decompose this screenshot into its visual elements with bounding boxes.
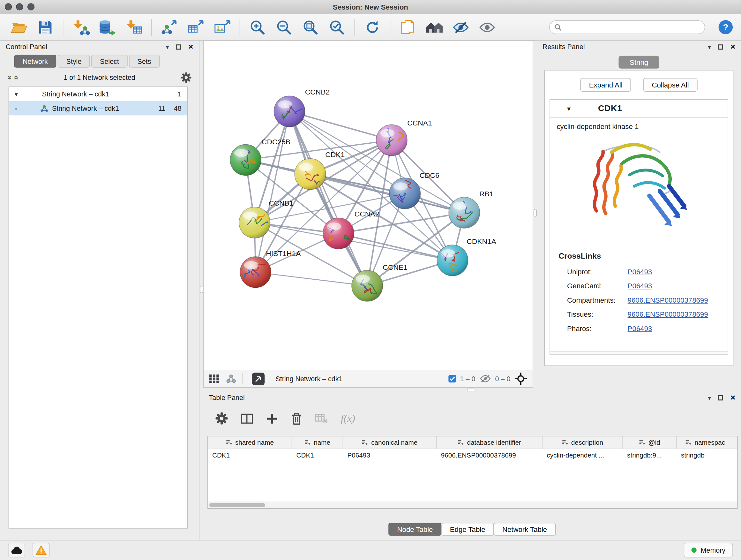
network-node-CDKN1A[interactable]: CDKN1A — [437, 237, 496, 276]
panel-menu-caret-icon[interactable]: ▾ — [166, 44, 169, 50]
network-node-CDC6[interactable]: CDC6 — [389, 171, 440, 209]
crosshair-icon[interactable] — [515, 373, 527, 385]
import-table-button[interactable] — [122, 16, 146, 38]
export-image-button[interactable] — [210, 16, 234, 38]
import-network-file-button[interactable] — [69, 16, 93, 38]
panel-close-icon[interactable]: × — [188, 43, 193, 51]
export-network-button[interactable] — [157, 16, 182, 38]
tab-network-table[interactable]: Network Table — [494, 523, 556, 536]
network-overview-icon[interactable] — [226, 374, 237, 383]
panel-menu-caret-icon[interactable]: ▾ — [708, 44, 711, 50]
copy-document-button[interactable] — [395, 16, 420, 38]
table-tabs: Node Table Edge Table Network Table — [203, 523, 741, 536]
collapse-all-button[interactable]: Collapse All — [643, 78, 697, 91]
save-session-button[interactable] — [33, 16, 58, 38]
search-field[interactable] — [565, 23, 700, 31]
scrollbar-thumb[interactable] — [209, 503, 265, 507]
panel-float-icon[interactable] — [718, 395, 723, 400]
network-node-CCNA1[interactable]: CCNA1 — [376, 119, 432, 156]
table-row[interactable]: CDK1 CDK1 P06493 9606.ENSP00000378699 cy… — [208, 449, 738, 462]
zoom-button[interactable] — [27, 3, 35, 10]
left-splitter[interactable] — [199, 41, 203, 540]
tab-select[interactable]: Select — [91, 55, 127, 68]
selected-checkbox[interactable] — [448, 375, 456, 382]
column-header[interactable]: @id — [623, 436, 677, 449]
crosslink-link[interactable]: 9606.ENSP00000378699 — [628, 310, 708, 318]
show-columns-icon[interactable] — [241, 413, 253, 424]
crosslink-link[interactable]: P06493 — [628, 267, 652, 275]
help-button[interactable]: ? — [717, 16, 734, 38]
grid-view-icon[interactable] — [209, 374, 220, 383]
warnings-button[interactable] — [32, 543, 50, 557]
hide-selected-button[interactable] — [448, 16, 473, 38]
close-button[interactable] — [5, 3, 12, 10]
node-table[interactable]: shared name name canonical name database… — [207, 436, 738, 509]
home-button[interactable] — [422, 16, 447, 38]
column-header[interactable]: database identifier — [436, 436, 542, 449]
column-header[interactable]: name — [292, 436, 343, 449]
add-column-icon[interactable] — [266, 413, 278, 424]
table-cell[interactable]: stringdb:9... — [623, 449, 677, 462]
horizontal-scrollbar[interactable] — [208, 502, 738, 508]
expand-all-icon[interactable]: » — [12, 75, 20, 79]
network-node-HIST1H1A[interactable]: HIST1H1A — [238, 249, 301, 288]
network-canvas[interactable]: CCNB2CCNA1CDC25BCDK1CDC6RB1CCNB1CCNA2CDK… — [204, 41, 533, 370]
tab-network[interactable]: Network — [14, 55, 56, 68]
node-label: CDC25B — [262, 138, 290, 146]
table-cell[interactable]: CDK1 — [292, 449, 343, 462]
section-caret-icon[interactable]: ▾ — [567, 105, 570, 113]
crosslink-link[interactable]: P06493 — [628, 324, 652, 332]
protein-section-header[interactable]: ▾ CDK1 — [550, 100, 728, 118]
tab-node-table[interactable]: Node Table — [389, 523, 441, 536]
tree-caret-icon[interactable]: ▾ — [15, 91, 22, 98]
network-options-gear-icon[interactable] — [181, 72, 192, 83]
panel-float-icon[interactable] — [176, 44, 181, 49]
table-cell[interactable]: cyclin-dependent ... — [542, 449, 623, 462]
column-header[interactable]: canonical name — [343, 436, 436, 449]
zoom-selected-button[interactable] — [325, 16, 349, 38]
memory-button[interactable]: Memory — [684, 543, 733, 557]
column-header[interactable]: namespac — [677, 436, 734, 449]
crosslink-row: Tissues: 9606.ENSP00000378699 — [550, 307, 728, 321]
horizontal-splitter[interactable] — [203, 388, 741, 391]
table-cell[interactable]: P06493 — [343, 449, 436, 462]
network-node-CDK1[interactable]: CDK1 — [294, 150, 345, 190]
export-view-button[interactable] — [252, 372, 265, 385]
zoom-out-button[interactable] — [272, 16, 296, 38]
column-header[interactable]: description — [542, 436, 623, 449]
network-node-RB1[interactable]: RB1 — [449, 190, 493, 228]
panel-float-icon[interactable] — [718, 44, 723, 49]
table-cell[interactable]: 9606.ENSP00000378699 — [436, 449, 542, 462]
column-header[interactable]: shared name — [208, 436, 292, 449]
minimize-button[interactable] — [16, 3, 23, 10]
expand-all-button[interactable]: Expand All — [581, 78, 631, 91]
import-network-database-button[interactable] — [95, 16, 120, 38]
tab-string[interactable]: String — [619, 56, 659, 69]
tab-edge-table[interactable]: Edge Table — [441, 523, 494, 536]
table-cell[interactable]: CDK1 — [208, 449, 292, 462]
crosslink-link[interactable]: 9606.ENSP00000378699 — [628, 296, 708, 304]
zoom-in-button[interactable] — [246, 16, 270, 38]
right-splitter[interactable] — [533, 41, 537, 388]
panel-menu-caret-icon[interactable]: ▾ — [708, 395, 711, 401]
network-collection-row[interactable]: ▾ String Network – cdk1 1 — [9, 87, 187, 101]
export-table-button[interactable] — [184, 16, 208, 38]
fit-content-button[interactable] — [298, 16, 323, 38]
apply-layout-button[interactable] — [360, 16, 385, 38]
crosslink-link[interactable]: P06493 — [628, 282, 652, 290]
panel-close-icon[interactable]: × — [731, 393, 736, 402]
open-session-button[interactable] — [7, 16, 31, 38]
search-input[interactable] — [549, 20, 705, 34]
network-graph[interactable]: CCNB2CCNA1CDC25BCDK1CDC6RB1CCNB1CCNA2CDK… — [204, 41, 533, 370]
delete-column-icon[interactable] — [291, 412, 302, 425]
control-panel-title: Control Panel — [6, 43, 47, 51]
table-options-gear-icon[interactable] — [215, 412, 228, 425]
tab-sets[interactable]: Sets — [129, 55, 159, 68]
hidden-eye-slash-icon[interactable] — [480, 374, 491, 383]
panel-close-icon[interactable]: × — [731, 43, 736, 51]
table-cell[interactable]: stringdb — [677, 449, 734, 462]
network-row[interactable]: ● String Network – cdk1 11 48 — [9, 101, 187, 115]
show-all-button[interactable] — [475, 16, 499, 38]
tab-style[interactable]: Style — [58, 55, 90, 68]
cloud-status-button[interactable] — [8, 543, 25, 557]
